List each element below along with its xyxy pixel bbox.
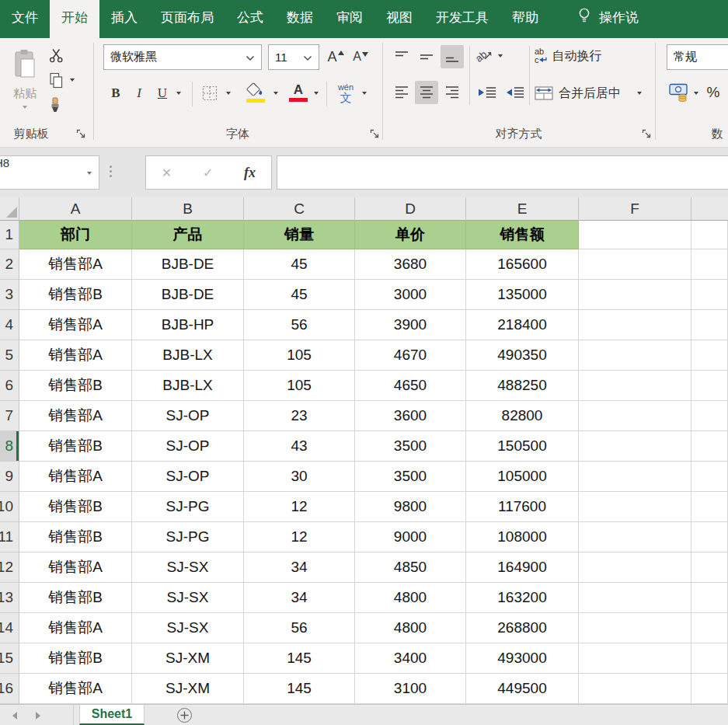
column-header-D[interactable]: D	[355, 197, 466, 221]
font-size-combo[interactable]: 11	[268, 44, 319, 70]
enter-icon[interactable]: ✓	[203, 166, 213, 180]
row-header[interactable]: 9	[0, 462, 19, 492]
cell[interactable]: SJ-SX	[132, 583, 244, 613]
select-all-corner[interactable]	[0, 197, 19, 221]
name-box-dropdown-icon[interactable]	[87, 172, 92, 175]
underline-dropdown-icon[interactable]	[176, 92, 181, 95]
format-painter-button[interactable]	[45, 96, 65, 116]
cell[interactable]: 9800	[355, 492, 466, 522]
cell[interactable]	[691, 401, 728, 431]
cell[interactable]: SJ-PG	[132, 522, 244, 552]
tab-view[interactable]: 视图	[374, 0, 424, 35]
align-bottom-button[interactable]	[441, 45, 464, 68]
tab-insert[interactable]: 插入	[99, 0, 149, 35]
cell[interactable]: 268800	[466, 613, 579, 643]
cell[interactable]: 23	[244, 401, 355, 431]
align-top-button[interactable]	[391, 46, 413, 68]
cell[interactable]: 销售部B	[19, 492, 132, 522]
cell[interactable]: 3500	[355, 462, 466, 492]
align-right-button[interactable]	[441, 82, 463, 103]
cell[interactable]: 单价	[355, 221, 466, 249]
cell[interactable]	[579, 462, 691, 492]
cell[interactable]: SJ-OP	[132, 431, 244, 462]
row-header[interactable]: 3	[0, 280, 19, 310]
sheet-nav-right-icon[interactable]	[36, 712, 40, 720]
cell[interactable]: 165600	[466, 249, 579, 280]
merge-center-button[interactable]: 合并后居中	[535, 82, 645, 105]
cell[interactable]: 34	[244, 552, 355, 583]
insert-function-icon[interactable]: fx	[244, 165, 256, 181]
tab-developer[interactable]: 开发工具	[424, 0, 500, 35]
wrap-text-button[interactable]: ab c 自动换行	[535, 44, 618, 68]
grow-font-button[interactable]: A	[325, 46, 347, 68]
cell[interactable]: 销售额	[466, 221, 579, 249]
font-dialog-launcher[interactable]	[370, 128, 380, 138]
cell[interactable]: BJB-DE	[132, 249, 244, 280]
cell[interactable]: 12	[244, 522, 355, 552]
borders-button[interactable]	[198, 83, 221, 103]
cell[interactable]	[691, 462, 728, 492]
cell[interactable]: 销售部A	[19, 613, 132, 643]
cell[interactable]: 30	[244, 462, 355, 492]
cell[interactable]: 145	[244, 674, 355, 704]
cell[interactable]: 3100	[355, 674, 466, 704]
cell[interactable]: 4800	[355, 613, 466, 643]
copy-button[interactable]	[47, 71, 65, 89]
cell[interactable]: 117600	[466, 492, 579, 522]
cell[interactable]: 销售部A	[19, 340, 132, 371]
cell[interactable]: 销售部B	[19, 280, 132, 310]
sheet-nav-left-icon[interactable]	[12, 712, 17, 720]
cell[interactable]: SJ-OP	[132, 462, 244, 492]
column-header-F[interactable]: F	[579, 197, 691, 221]
cell[interactable]	[579, 371, 691, 401]
tab-home[interactable]: 开始	[50, 0, 99, 38]
row-header[interactable]: 13	[0, 583, 19, 613]
cell[interactable]: 3600	[355, 401, 466, 431]
cell[interactable]: 销售部B	[19, 643, 132, 674]
cell[interactable]	[579, 280, 691, 310]
row-header[interactable]: 15	[0, 643, 19, 674]
cell[interactable]: SJ-OP	[132, 401, 244, 431]
row-header[interactable]: 11	[0, 522, 19, 552]
shrink-font-button[interactable]: A	[350, 46, 371, 68]
align-middle-button[interactable]	[416, 46, 437, 68]
paste-button[interactable]: 粘贴	[5, 43, 45, 130]
cell[interactable]: 56	[244, 310, 355, 340]
cell[interactable]	[691, 522, 728, 552]
cell[interactable]: SJ-XM	[132, 674, 244, 704]
cell[interactable]: SJ-PG	[132, 492, 244, 522]
row-header[interactable]: 5	[0, 340, 19, 371]
tab-review[interactable]: 审阅	[325, 0, 374, 35]
cell[interactable]: 105	[244, 371, 355, 401]
cell[interactable]: 3900	[355, 310, 466, 340]
cell[interactable]	[579, 492, 691, 522]
cell[interactable]: 34	[244, 583, 355, 613]
borders-dropdown-icon[interactable]	[226, 92, 231, 95]
cell[interactable]: 150500	[466, 431, 579, 462]
cell[interactable]: 4800	[355, 583, 466, 613]
font-name-combo[interactable]: 微软雅黑	[103, 44, 262, 70]
column-header-G-partial[interactable]	[691, 197, 728, 221]
column-header-B[interactable]: B	[132, 197, 244, 221]
row-header[interactable]: 16	[0, 674, 19, 704]
cell[interactable]: 9000	[355, 522, 466, 552]
cell[interactable]	[579, 310, 691, 340]
phonetic-guide-button[interactable]: wén 文	[333, 79, 359, 107]
formula-input[interactable]	[277, 155, 728, 190]
cell[interactable]	[579, 340, 691, 371]
tab-page-layout[interactable]: 页面布局	[149, 0, 225, 35]
italic-button[interactable]: I	[130, 82, 148, 105]
cell[interactable]	[579, 643, 691, 674]
cell[interactable]: 56	[244, 613, 355, 643]
cell[interactable]: 449500	[466, 674, 579, 704]
cell[interactable]	[691, 492, 728, 522]
copy-dropdown-icon[interactable]	[70, 78, 75, 82]
cell[interactable]: 销售部A	[19, 310, 132, 340]
cancel-icon[interactable]: ✕	[162, 166, 172, 180]
align-left-button[interactable]	[391, 82, 413, 103]
cell[interactable]: 销售部B	[19, 431, 132, 462]
cell[interactable]: 163200	[466, 583, 579, 613]
row-header[interactable]: 1	[0, 221, 19, 249]
cell[interactable]	[579, 522, 691, 552]
clipboard-dialog-launcher[interactable]	[76, 128, 86, 138]
